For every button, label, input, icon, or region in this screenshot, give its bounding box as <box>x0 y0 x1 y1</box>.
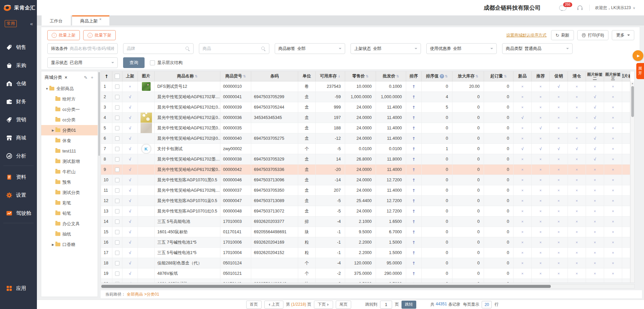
cell-sort[interactable]: ↑ <box>406 227 422 237</box>
tab-workbench[interactable]: 工作台 <box>42 15 71 25</box>
tree-item-13[interactable]: 办公文具 <box>41 219 98 229</box>
horizontal-scrollbar[interactable] <box>101 284 635 289</box>
cell-row-select[interactable] <box>112 144 122 154</box>
table-row-14[interactable]: 14√三五 5号高能电池170100036932620203377排-42.10… <box>101 217 630 227</box>
sort-up-icon[interactable]: ↑ <box>412 95 415 100</box>
row-checkbox[interactable] <box>115 136 119 141</box>
tree-item-2[interactable]: cc分类一 <box>41 104 98 115</box>
table-row-11[interactable]: 11√晨光中性笔笑哈哈AGP61702纯…0000003769475037053… <box>101 185 630 196</box>
row-checkbox[interactable] <box>115 271 119 276</box>
sort-up-icon[interactable]: ↑ <box>412 126 415 131</box>
scrollbar-thumb[interactable] <box>98 72 100 156</box>
cell-sort[interactable]: ↑ <box>406 268 422 279</box>
row-checkbox[interactable] <box>115 209 119 213</box>
sidebar-item-data[interactable]: 资料 <box>0 168 37 186</box>
table-row-9[interactable]: 9√晨光中性笔笑哈哈AGP61702紫0.…000000426947503705… <box>101 165 630 175</box>
row-checkbox[interactable] <box>115 240 119 245</box>
cell-row-select[interactable] <box>112 217 122 227</box>
table-row-17[interactable]: 17√三五 5号碱性电池1*5170100046932620204152粒-12… <box>101 248 630 258</box>
collapse-sidebar-button[interactable]: « <box>30 21 33 26</box>
first-page-button[interactable]: 首页 <box>246 301 262 309</box>
sort-up-icon[interactable]: ↑ <box>412 188 415 193</box>
path-root-link[interactable]: 全部商品 <box>127 292 143 297</box>
sidebar-item-sales[interactable]: 销售 <box>0 38 37 56</box>
sort-up-icon[interactable]: ↑ <box>412 136 415 141</box>
cell-row-select[interactable] <box>112 279 122 283</box>
sort-up-icon[interactable]: ↑ <box>412 271 415 276</box>
tree-scrollbar[interactable] <box>98 71 100 297</box>
clear-category-icon[interactable]: ✕ <box>64 75 67 80</box>
tree-item-11[interactable]: 彩笔 <box>41 198 98 208</box>
row-checkbox[interactable] <box>115 95 119 99</box>
row-checkbox[interactable] <box>115 157 119 162</box>
caret-down-icon[interactable]: ▼ <box>45 87 49 90</box>
sort-up-icon[interactable]: ↑ <box>412 250 415 255</box>
filter-brand[interactable]: 品牌 <box>123 43 194 54</box>
sidebar-item-mall[interactable]: 商城 <box>0 129 37 147</box>
cell-row-select[interactable] <box>112 92 122 102</box>
row-checkbox[interactable] <box>115 147 119 151</box>
tab-product-listing[interactable]: 商品上架× <box>72 15 109 25</box>
row-checkbox[interactable] <box>115 230 119 234</box>
table-row-3[interactable]: 3√晨光中性笔笑哈哈AGP61702红0.…000000396947503705… <box>101 102 630 113</box>
sidebar-item-analysis[interactable]: 分析 <box>0 147 37 165</box>
cell-row-select[interactable] <box>112 268 122 279</box>
row-checkbox[interactable] <box>115 178 119 182</box>
filter-product[interactable]: 商品 <box>199 43 269 54</box>
row-checkbox[interactable] <box>115 251 119 255</box>
cell-row-select[interactable] <box>112 206 122 216</box>
cell-row-select[interactable] <box>112 154 122 164</box>
filter-coupon[interactable]: 使用优惠券全部 <box>426 43 497 54</box>
tree-item-0[interactable]: ▼全部商品 <box>41 83 98 94</box>
query-button[interactable]: 查询 <box>123 57 145 68</box>
float-play-button[interactable]: ▶ <box>633 50 643 61</box>
display-status-select[interactable]: 显示状态 已启用 <box>47 57 118 68</box>
row-checkbox[interactable] <box>115 168 119 172</box>
sidebar-item-dashboard[interactable]: 驾驶舱 <box>0 204 37 222</box>
sidebar-item-finance[interactable]: 财务 <box>0 92 37 111</box>
column-header-available-stock[interactable]: 可用库存↓ <box>316 71 345 81</box>
scrollbar-thumb[interactable] <box>101 285 551 288</box>
column-header-product-sku[interactable]: 商品货号⇅ <box>220 71 251 81</box>
column-header-amplified-stock[interactable]: 放大库存⇅ <box>452 71 484 81</box>
sort-up-icon[interactable]: ↑ <box>412 240 415 245</box>
table-row-4[interactable]: 4√晨光中性笔笑哈哈AGP61702蓝0.…000000363453453453… <box>101 113 630 123</box>
row-checkbox[interactable] <box>115 220 119 224</box>
cell-row-select[interactable] <box>112 123 122 133</box>
sort-up-icon[interactable]: ↑ <box>412 146 415 151</box>
add-category-icon[interactable]: ＋ <box>90 74 94 80</box>
column-header-product-name[interactable]: 商品名称⇅ <box>155 71 220 81</box>
table-row-15[interactable]: 15√1601-450鼠标垫0117014169205564498691块-19… <box>101 227 630 237</box>
cell-row-select[interactable] <box>112 165 122 175</box>
cell-row-select[interactable] <box>112 258 122 268</box>
tree-item-9[interactable]: 预售 <box>41 177 98 187</box>
cell-sort[interactable]: ↑ <box>406 279 422 283</box>
table-row-10[interactable]: 10√晨光中性笔别客AGP10701黑0.5000000466947503713… <box>101 175 630 185</box>
cell-row-select[interactable] <box>112 227 122 237</box>
filter-product-tag[interactable]: 商品标签全部 <box>275 43 345 54</box>
sidebar-item-warehouse[interactable]: 仓储 <box>0 74 37 92</box>
sort-up-icon[interactable]: ↑ <box>412 115 415 120</box>
cell-sort[interactable]: ↑ <box>406 248 422 258</box>
cell-sort[interactable]: ↑ <box>406 92 422 102</box>
hierarchy-toggle[interactable]: 显示层次结构 <box>150 57 182 68</box>
path-current-link[interactable]: >分类01 <box>144 292 159 297</box>
cell-sort[interactable]: ↑ <box>406 81 422 91</box>
print-button[interactable]: 打印(F8) <box>577 30 608 40</box>
refresh-button[interactable]: ↻刷新 <box>551 30 574 40</box>
tree-item-5[interactable]: 休食 <box>41 135 98 146</box>
tree-item-15[interactable]: ▶口香糖 <box>41 239 98 250</box>
jump-page-input[interactable] <box>380 301 392 309</box>
bulk-list-button[interactable]: ↑批量上架 <box>47 30 80 40</box>
tree-item-14[interactable]: 抽纸 <box>41 229 98 239</box>
bulk-unlist-button[interactable]: ↓批量下架 <box>83 30 116 40</box>
close-icon[interactable]: × <box>99 17 101 21</box>
cell-sort[interactable]: ↑ <box>406 113 422 123</box>
table-row-13[interactable]: 13√晨光中性笔别客AGP10701红0.5000000486947503713… <box>101 206 630 217</box>
tree-item-1[interactable]: 给对方 <box>41 94 98 104</box>
jump-button[interactable]: 跳转 <box>401 301 416 309</box>
cell-sort[interactable]: ↑ <box>406 175 422 185</box>
row-checkbox[interactable] <box>115 282 119 283</box>
sort-up-icon[interactable]: ↑ <box>412 84 415 89</box>
cell-row-select[interactable] <box>112 175 122 185</box>
